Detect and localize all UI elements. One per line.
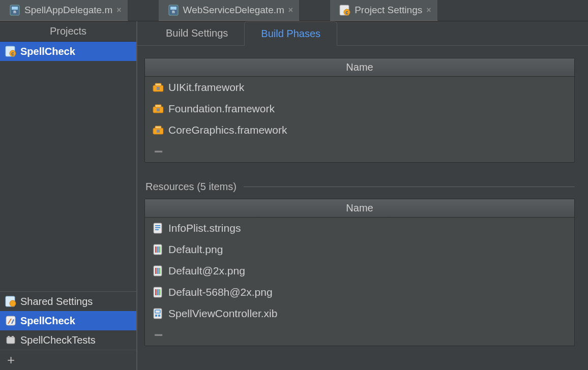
svg-rect-32 xyxy=(155,246,157,253)
sidebar-projects-list: c SpellCheck xyxy=(0,42,136,291)
tests-icon xyxy=(5,334,16,346)
tools-icon xyxy=(5,315,16,326)
resources-table: Name InfoPlist.strings Default.png xyxy=(144,199,575,346)
divider xyxy=(244,187,575,187)
table-row[interactable]: UIKit.framework xyxy=(145,77,574,98)
row-label: UIKit.framework xyxy=(168,81,244,94)
sidebar-item-shared-settings[interactable]: Shared Settings xyxy=(0,292,136,311)
m-file-icon: m xyxy=(168,5,179,16)
table-row[interactable]: InfoPlist.strings xyxy=(145,218,574,239)
framework-icon xyxy=(152,125,163,136)
svg-rect-17 xyxy=(12,336,14,338)
sidebar-item-label: SpellCheckTests xyxy=(20,334,96,346)
table-row[interactable]: Default@2x.png xyxy=(145,260,574,282)
sidebar-project-spellcheck[interactable]: c SpellCheck xyxy=(0,42,136,61)
sidebar-item-target-tests[interactable]: SpellCheckTests xyxy=(0,330,136,350)
project-icon: c xyxy=(5,46,16,57)
svg-rect-14 xyxy=(6,316,15,325)
svg-rect-41 xyxy=(157,289,159,295)
table-row[interactable]: SpellViewController.xib xyxy=(145,303,574,324)
svg-rect-22 xyxy=(155,105,161,107)
row-label: Default@2x.png xyxy=(168,265,245,277)
svg-text:c: c xyxy=(11,51,14,56)
tab-build-phases[interactable]: Build Phases xyxy=(244,21,337,46)
row-label: CoreGraphics.framework xyxy=(168,124,287,136)
close-icon[interactable]: × xyxy=(116,6,121,15)
sub-tabs: Build Settings Build Phases xyxy=(137,21,588,46)
image-file-icon xyxy=(152,265,163,276)
tab-label: WebServiceDelegate.m xyxy=(183,5,284,16)
section-title-resources[interactable]: Resources (5 items) xyxy=(145,181,575,193)
framework-icon xyxy=(152,103,163,114)
section-label: Resources (5 items) xyxy=(145,181,237,193)
table-header-name: Name xyxy=(145,58,574,77)
plus-icon: + xyxy=(7,352,15,368)
svg-rect-42 xyxy=(159,289,160,295)
table-row[interactable]: Default-568h@2x.png xyxy=(145,282,574,303)
strings-file-icon xyxy=(152,223,163,234)
svg-text:m: m xyxy=(13,9,16,14)
row-label: Default-568h@2x.png xyxy=(168,286,273,298)
project-icon: c xyxy=(339,5,350,16)
svg-rect-38 xyxy=(159,268,160,274)
svg-rect-45 xyxy=(155,315,157,317)
m-file-icon: m xyxy=(9,5,20,16)
row-label: Default.png xyxy=(168,243,223,256)
frameworks-table: Name UIKit.framework Foundation.framewor… xyxy=(144,58,575,163)
close-icon[interactable]: × xyxy=(426,6,431,15)
sidebar-item-target-spellcheck[interactable]: SpellCheck xyxy=(0,311,136,330)
close-icon[interactable]: × xyxy=(288,6,293,15)
minus-icon: − xyxy=(154,332,163,337)
tab-project-settings[interactable]: c Project Settings × xyxy=(330,0,437,21)
tab-web-service-delegate[interactable]: m WebServiceDelegate.m × xyxy=(159,0,300,21)
table-header-name: Name xyxy=(145,199,574,218)
main-panel: Build Settings Build Phases Name UIKit.f… xyxy=(137,21,588,370)
framework-icon xyxy=(152,82,163,93)
svg-rect-23 xyxy=(157,108,160,111)
add-button[interactable]: + xyxy=(0,350,136,370)
svg-rect-19 xyxy=(155,83,161,86)
sidebar-item-label: SpellCheck xyxy=(20,46,75,57)
image-file-icon xyxy=(152,244,163,255)
editor-tabs: m SpellAppDelegate.m × m WebServiceDeleg… xyxy=(0,0,588,21)
svg-rect-15 xyxy=(7,337,15,344)
shared-icon xyxy=(5,296,16,307)
sidebar-targets-list: Shared Settings SpellCheck SpellCheckTes… xyxy=(0,291,136,350)
remove-button[interactable]: − xyxy=(145,324,574,346)
minus-icon: − xyxy=(154,149,163,154)
sidebar-item-label: Shared Settings xyxy=(20,296,93,307)
svg-rect-16 xyxy=(8,336,10,338)
sidebar-item-label: SpellCheck xyxy=(20,315,75,327)
tab-label: Project Settings xyxy=(355,5,422,16)
tab-label: SpellAppDelegate.m xyxy=(24,5,112,16)
row-label: SpellViewController.xib xyxy=(168,307,277,320)
svg-rect-25 xyxy=(155,126,161,129)
svg-point-13 xyxy=(10,300,16,306)
image-file-icon xyxy=(152,287,163,298)
remove-button[interactable]: − xyxy=(145,141,574,162)
svg-rect-34 xyxy=(159,246,160,253)
xib-file-icon xyxy=(152,308,163,319)
svg-rect-46 xyxy=(158,315,160,317)
table-row[interactable]: Default.png xyxy=(145,239,574,260)
svg-rect-40 xyxy=(155,289,157,295)
tab-spell-app-delegate[interactable]: m SpellAppDelegate.m × xyxy=(0,0,128,21)
table-row[interactable]: CoreGraphics.framework xyxy=(145,119,574,141)
svg-rect-20 xyxy=(157,87,160,90)
svg-text:m: m xyxy=(172,9,174,14)
svg-rect-37 xyxy=(157,268,159,274)
tab-build-settings[interactable]: Build Settings xyxy=(150,21,244,45)
table-row[interactable]: Foundation.framework xyxy=(145,98,574,119)
row-label: Foundation.framework xyxy=(168,103,275,115)
sidebar-header: Projects xyxy=(0,21,136,42)
sidebar: Projects c SpellCheck Shared Settings S xyxy=(0,21,137,370)
row-label: InfoPlist.strings xyxy=(168,222,241,234)
svg-rect-36 xyxy=(155,268,157,274)
content-area: Name UIKit.framework Foundation.framewor… xyxy=(137,46,588,370)
svg-rect-33 xyxy=(157,246,159,253)
svg-rect-26 xyxy=(157,130,160,133)
svg-text:c: c xyxy=(345,10,348,15)
